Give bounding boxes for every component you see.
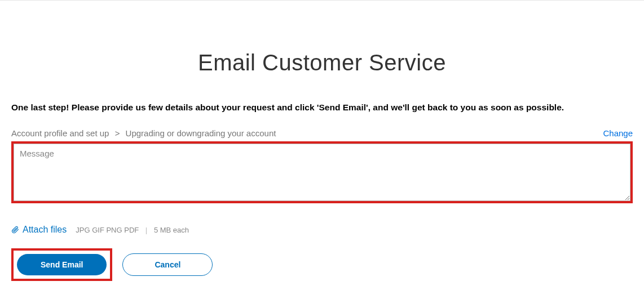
breadcrumb-level1: Account profile and set up	[11, 128, 109, 138]
breadcrumb-level2: Upgrading or downgrading your account	[126, 128, 276, 138]
send-highlight-box: Send Email	[11, 248, 112, 281]
message-highlight-box	[11, 141, 633, 203]
attach-files-link[interactable]: Attach files	[11, 225, 67, 235]
page-title: Email Customer Service	[11, 50, 633, 75]
change-link[interactable]: Change	[603, 128, 633, 138]
attach-files-label: Attach files	[23, 225, 67, 235]
attach-hint: JPG GIF PNG PDF | 5 MB each	[76, 226, 189, 234]
send-email-button[interactable]: Send Email	[17, 254, 107, 275]
message-textarea[interactable]	[14, 144, 630, 201]
cancel-button[interactable]: Cancel	[122, 253, 213, 276]
breadcrumb: Account profile and set up > Upgrading o…	[11, 128, 276, 138]
breadcrumb-separator: >	[115, 128, 120, 138]
attach-hint-size: 5 MB each	[154, 226, 189, 234]
attach-hint-divider: |	[145, 226, 147, 234]
instruction-text: One last step! Please provide us few det…	[11, 102, 633, 113]
paperclip-icon	[11, 225, 19, 234]
attach-hint-formats: JPG GIF PNG PDF	[76, 226, 139, 234]
